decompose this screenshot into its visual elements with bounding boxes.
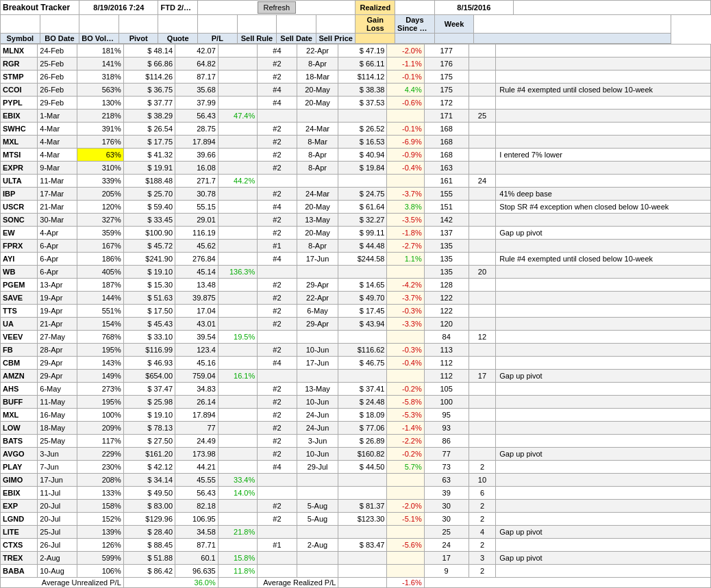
cell-pivot: $116.99 — [123, 344, 175, 357]
cell-pl — [218, 240, 257, 253]
cell-bo-date: 4-Mar — [38, 149, 77, 162]
cell-sell-rule: #2 — [258, 305, 297, 318]
table-row: AVGO3-Jun229%$161.20173.98#210-Jun$160.8… — [1, 448, 711, 461]
cell-bo-date: 18-May — [38, 422, 77, 435]
cell-notes — [496, 292, 711, 305]
cell-sell-price: $ 26.89 — [338, 435, 387, 448]
table-row: IBP17-Mar205%$ 25.7030.78#224-Mar$ 24.75… — [1, 188, 711, 201]
cell-pl — [218, 448, 257, 461]
cell-sell-rule: #2 — [258, 292, 297, 305]
cell-days: 176 — [424, 57, 469, 71]
cell-gain: -5.3% — [387, 409, 424, 422]
cell-gain: -5.8% — [387, 396, 424, 409]
cell-gain: -5.1% — [387, 513, 424, 526]
cell-sell-rule — [258, 565, 297, 578]
cell-pl: 136.3% — [218, 266, 257, 279]
cell-pl — [218, 539, 257, 552]
blank-2f — [198, 15, 238, 34]
cell-symbol: AYI — [1, 253, 38, 266]
cell-sell-price: $ 83.47 — [338, 539, 387, 552]
cell-week — [469, 71, 496, 84]
refresh-button[interactable]: Refresh — [258, 1, 297, 14]
cell-quote: 26.14 — [175, 396, 219, 409]
cell-sell-price: $ 26.52 — [338, 123, 387, 136]
col-symbol: Symbol — [1, 34, 40, 44]
cell-sell-price: $ 17.45 — [338, 305, 387, 318]
cell-sell-rule: #2 — [258, 162, 297, 175]
cell-bo-date: 6-Apr — [38, 266, 77, 279]
cell-pl — [218, 513, 257, 526]
cell-gain: -0.1% — [387, 71, 424, 84]
notes-h1 — [513, 1, 710, 15]
cell-bo-date: 25-May — [38, 435, 77, 448]
cell-sell-date: 29-Jul — [297, 461, 338, 474]
cell-symbol: PLAY — [1, 461, 38, 474]
cell-sell-price — [338, 526, 387, 539]
cell-days: 175 — [424, 84, 469, 97]
cell-pivot: $ 49.50 — [123, 487, 175, 500]
cell-notes — [496, 539, 711, 552]
cell-bo-date: 20-Jul — [38, 513, 77, 526]
cell-bo-date: 11-Mar — [38, 175, 77, 188]
cell-quote: 60.1 — [175, 552, 219, 565]
cell-quote: 116.19 — [175, 227, 219, 240]
cell-bo-vol: 141% — [77, 57, 123, 71]
cell-symbol: IBP — [1, 188, 38, 201]
cell-week — [469, 409, 496, 422]
cell-pivot: $ 27.50 — [123, 435, 175, 448]
cell-sell-price: $ 24.48 — [338, 396, 387, 409]
cell-bo-date: 4-Mar — [38, 123, 77, 136]
cell-sell-rule: #4 — [258, 84, 297, 97]
cell-pivot: $ 42.12 — [123, 461, 175, 474]
cell-sell-date: 24-Jun — [297, 422, 338, 435]
cell-pl — [218, 84, 257, 97]
cell-week: 25 — [469, 110, 496, 123]
refresh-cell[interactable]: Refresh — [198, 1, 356, 15]
table-row: EBIX11-Jul133%$ 49.5056.4314.0%396 — [1, 487, 711, 500]
cell-bo-vol: 218% — [77, 110, 123, 123]
blank-2d — [118, 15, 158, 34]
table-row: CBM29-Apr143%$ 46.9345.16#417-Jun$ 46.75… — [1, 357, 711, 370]
cell-pivot: $ 41.32 — [123, 149, 175, 162]
cell-notes — [496, 344, 711, 357]
cell-week — [469, 123, 496, 136]
cell-sell-price: $ 16.53 — [338, 136, 387, 149]
blank-2i — [316, 15, 356, 34]
cell-pl: 14.0% — [218, 487, 257, 500]
cell-bo-date: 3-Jun — [38, 448, 77, 461]
cell-sell-rule: #2 — [258, 149, 297, 162]
cell-sell-price — [338, 331, 387, 344]
cell-week — [469, 448, 496, 461]
cell-symbol: EXPR — [1, 162, 38, 175]
cell-pl — [218, 214, 257, 227]
cell-sell-price — [338, 552, 387, 565]
cell-sell-rule: #2 — [258, 344, 297, 357]
cell-days: 30 — [424, 500, 469, 513]
cell-pl — [218, 279, 257, 292]
cell-sell-date: 20-May — [297, 227, 338, 240]
cell-sell-rule: #2 — [258, 435, 297, 448]
cell-week — [469, 292, 496, 305]
cell-pl — [218, 201, 257, 214]
table-row: PYPL29-Feb130%$ 37.7737.99#420-May$ 37.5… — [1, 97, 711, 110]
cell-notes — [496, 474, 711, 487]
cell-symbol: TREX — [1, 552, 38, 565]
cell-pivot: $ 78.13 — [123, 422, 175, 435]
cell-symbol: MXL — [1, 409, 38, 422]
cell-bo-vol: 167% — [77, 240, 123, 253]
cell-quote: 276.84 — [175, 253, 219, 266]
table-row: SONC30-Mar327%$ 33.4529.01#213-May$ 32.2… — [1, 214, 711, 227]
cell-gain: -2.0% — [387, 500, 424, 513]
cell-days: 172 — [424, 97, 469, 110]
cell-pl — [218, 435, 257, 448]
cell-symbol: AMZN — [1, 370, 38, 383]
cell-bo-vol: 563% — [77, 84, 123, 97]
cell-quote: 16.08 — [175, 162, 219, 175]
cell-days: 171 — [424, 110, 469, 123]
cell-bo-vol: 117% — [77, 435, 123, 448]
cell-sell-date: 3-Jun — [297, 435, 338, 448]
cell-gain: -2.7% — [387, 240, 424, 253]
cell-symbol: MTSI — [1, 149, 38, 162]
app-date: 8/19/2016 7:24 — [79, 1, 158, 15]
cell-week — [469, 240, 496, 253]
